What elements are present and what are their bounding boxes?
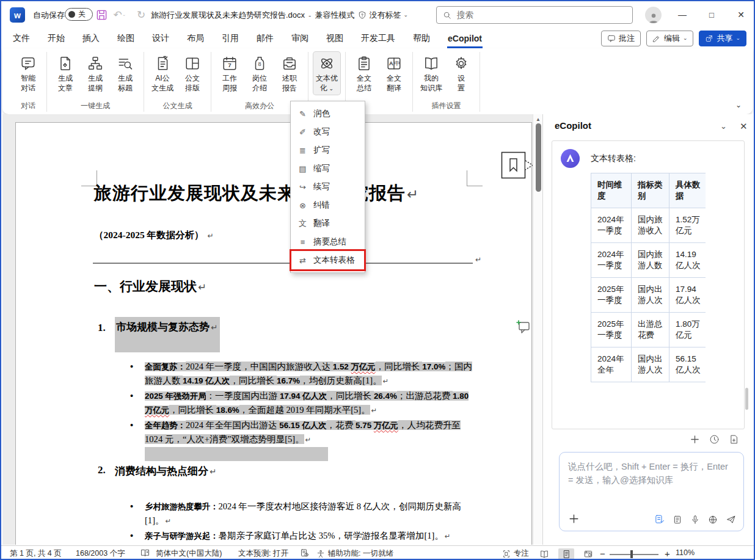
full-translate-button[interactable]: A中全文翻译 (381, 52, 407, 95)
menu-tab-视图[interactable]: 视图 (326, 30, 344, 47)
search-lines-icon (117, 56, 133, 71)
menu-tab-引用[interactable]: 引用 (221, 30, 239, 47)
menu-tab-邮件[interactable]: 邮件 (256, 30, 274, 47)
official-doc-layout-button[interactable]: 公文排版 (179, 52, 206, 95)
document-canvas[interactable]: 旅游行业发展现状及未来趋势研究报告↵ （2024-2025 年数据分析） ↵ ↵… (2, 114, 542, 545)
edit-mode-button[interactable]: 编辑⌄ (646, 31, 694, 46)
dropdown-item-expand-write[interactable]: ≣扩写 (291, 141, 365, 159)
job-intro-button[interactable]: 8岗位介绍 (246, 52, 273, 95)
my-knowledge-base-button[interactable]: 我的知识库 (418, 52, 445, 95)
focus-mode-button[interactable]: 专注 (502, 548, 529, 559)
generate-article-button[interactable]: 生成文章 (52, 52, 79, 95)
history-icon[interactable] (709, 434, 720, 445)
word-count[interactable]: 168/2003 个字 (76, 548, 125, 559)
save-icon[interactable] (95, 8, 108, 21)
zoom-slider[interactable] (610, 554, 658, 555)
zoom-level[interactable]: 110% (676, 548, 695, 557)
scroll-up-icon[interactable]: ▲ (536, 117, 541, 122)
dropdown-item-summary[interactable]: ≡摘要总结 (291, 233, 365, 251)
menu-tab-开发工具[interactable]: 开发工具 (360, 30, 396, 47)
dropdown-item-error-correct[interactable]: ⊗纠错 (291, 196, 365, 214)
generate-title-button[interactable]: 生成标题 (112, 52, 139, 95)
sensitivity-label[interactable]: 没有标签 ⌄ (358, 10, 408, 21)
notes-icon[interactable] (673, 515, 682, 525)
document-scrollbar[interactable]: ▲ (533, 114, 542, 545)
share-button[interactable]: 共享⌄ (699, 31, 746, 46)
dropdown-item-rewrite[interactable]: ✐改写 (291, 123, 365, 141)
redo-icon[interactable]: ↻ (134, 8, 148, 21)
minimize-button[interactable]: — (673, 7, 691, 23)
print-layout-button[interactable] (558, 548, 574, 560)
user-avatar[interactable] (645, 7, 662, 23)
title-bar: w 自动保存 关 ↶⌄ ↻ ⌄ 旅游行业发展现状及未来趋势研究报告.docx -… (1, 1, 754, 29)
dropdown-item-label: 续写 (313, 181, 330, 192)
menu-tab-审阅[interactable]: 审阅 (291, 30, 309, 47)
dropdown-item-polish[interactable]: ✎润色 (291, 104, 365, 123)
menu-tab-绘图[interactable]: 绘图 (117, 30, 135, 47)
weekly-report-button[interactable]: 7工作周报 (216, 52, 243, 95)
page-indicator[interactable]: 第 1 页, 共 4 页 (10, 548, 62, 559)
maximize-button[interactable]: □ (702, 7, 721, 23)
menu-tab-布局[interactable]: 布局 (186, 30, 205, 47)
duty-report-button[interactable]: 述职报告 (276, 52, 303, 95)
microphone-icon[interactable] (690, 515, 700, 525)
collapse-ribbon-icon[interactable]: ⌄ (735, 101, 742, 109)
attach-icon[interactable] (568, 513, 580, 525)
undo-icon[interactable]: ↶⌄ (113, 8, 126, 21)
ribbon-group-对话: 智能对话对话 (10, 52, 47, 112)
dropdown-item-condense-write[interactable]: ▤缩写 (291, 159, 365, 178)
close-button[interactable]: ✕ (732, 7, 750, 23)
selection-tail (145, 447, 328, 461)
chat-icon (20, 56, 36, 71)
panel-collapse-icon[interactable]: ⌄ (720, 122, 727, 131)
panel-close-icon[interactable]: ✕ (740, 121, 748, 132)
generate-outline-button[interactable]: 生成提纲 (82, 52, 109, 95)
ribbon-groups: 智能对话对话生成文章生成提纲生成标题一键生成AI公文生成公文排版公文生成7工作周… (10, 52, 480, 112)
globe-icon[interactable] (708, 515, 718, 525)
dropdown-item-continue-write[interactable]: ↪续写 (291, 178, 365, 196)
menu-tab-文件[interactable]: 文件 (12, 30, 31, 47)
menu-tab-帮助[interactable]: 帮助 (412, 30, 431, 47)
smart-chat-button[interactable]: 智能对话 (15, 52, 42, 95)
chat-toolbar (690, 434, 739, 445)
proofing-icon[interactable] (140, 548, 150, 558)
search-placeholder: 搜索 (457, 10, 473, 21)
doc-bullet-item: 2025 年强劲开局：一季度国内出游 17.94 亿人次，同比增长 26.4%；… (128, 389, 478, 418)
add-comment-icon[interactable] (516, 319, 531, 334)
settings-button[interactable]: 设置 (448, 52, 475, 95)
zoom-in-button[interactable]: + (665, 548, 670, 559)
web-layout-button[interactable] (580, 548, 596, 560)
word-logo-icon[interactable]: w (10, 7, 25, 23)
language-indicator[interactable]: 简体中文(中国大陆) (156, 548, 222, 559)
new-document-icon[interactable] (729, 434, 739, 445)
ribbon-group-label: 对话 (10, 101, 46, 111)
scrollbar-thumb[interactable] (536, 123, 541, 192)
table-cell: 出游总花费 (632, 313, 669, 347)
proofing-status-icon[interactable] (300, 548, 309, 558)
search-input[interactable]: 搜索 (436, 6, 633, 24)
send-icon[interactable] (726, 514, 736, 525)
text-optimize-button[interactable]: 文本优化 ⌄ (313, 52, 340, 95)
menu-tab-设计[interactable]: 设计 (151, 30, 170, 47)
ai-official-doc-button[interactable]: AI公文生成 (149, 52, 176, 95)
zoom-out-button[interactable]: − (600, 548, 605, 559)
read-mode-button[interactable] (536, 548, 552, 560)
menu-tab-插入[interactable]: 插入 (82, 30, 100, 47)
autosave-state: 关 (78, 9, 86, 20)
text-optimize-dropdown: ✎润色✐改写≣扩写▤缩写↪续写⊗纠错文翻译≡摘要总结⇄文本转表格 (290, 101, 365, 273)
full-summary-button[interactable]: 全文总结 (351, 52, 378, 95)
bookmark-flag-button[interactable] (501, 151, 534, 180)
ai-write-icon[interactable] (654, 514, 665, 525)
menu-tab-eCopilot[interactable]: eCopilot (447, 31, 483, 46)
chat-input[interactable] (567, 459, 735, 503)
comments-button[interactable]: 批注 (601, 31, 641, 46)
dropdown-item-text-to-table[interactable]: ⇄文本转表格 (291, 251, 365, 269)
autosave-toggle[interactable]: 关 (65, 8, 93, 21)
new-chat-icon[interactable] (690, 434, 700, 445)
dropdown-item-translate[interactable]: 文翻译 (291, 214, 365, 233)
accessibility-status[interactable]: 辅助功能: 一切就绪 (316, 548, 393, 559)
menu-tab-开始[interactable]: 开始 (47, 30, 65, 47)
panel-scrollbar-thumb[interactable] (745, 388, 748, 410)
zoom-slider-thumb[interactable] (630, 550, 633, 558)
text-prediction[interactable]: 文本预测: 打开 (238, 548, 288, 559)
